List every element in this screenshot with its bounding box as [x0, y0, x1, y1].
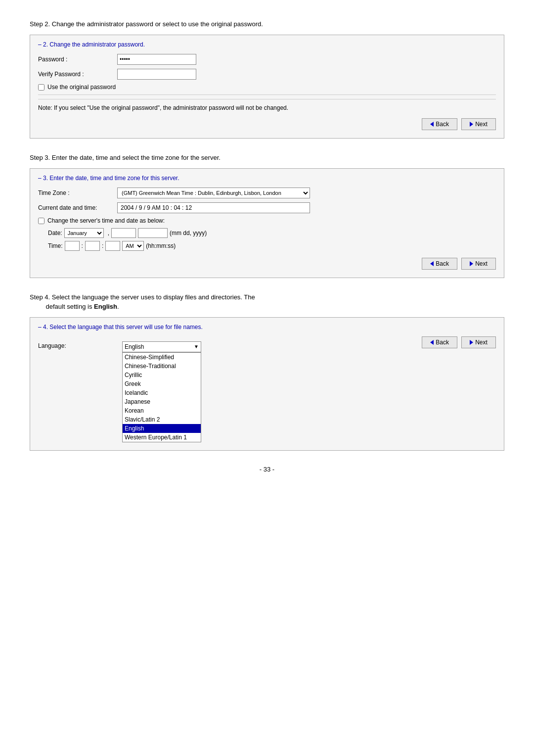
step3-next-label: Next	[475, 260, 488, 267]
original-password-label: Use the original password	[47, 84, 116, 91]
lang-option-greek[interactable]: Greek	[123, 379, 201, 388]
step3-back-label: Back	[436, 260, 449, 267]
lang-option-chinese-simplified[interactable]: Chinese-Simplified	[123, 353, 201, 362]
time-row: Time: : : AM PM (hh:mm:ss)	[48, 241, 496, 251]
dropdown-arrow-icon: ▼	[194, 344, 199, 349]
step3-box-title: – 3. Enter the date, time and time zone …	[38, 175, 496, 182]
language-section: Language: English ▼ Chinese-Simplified C…	[38, 341, 201, 442]
timezone-row: Time Zone : (GMT) Greenwich Mean Time : …	[38, 188, 496, 198]
next-arrow-icon	[470, 122, 473, 127]
lang-option-cyrillic[interactable]: Cyrillic	[123, 371, 201, 379]
page-number: - 33 -	[30, 466, 504, 473]
step3-box: – 3. Enter the date, time and time zone …	[30, 168, 504, 278]
minute-input[interactable]	[85, 241, 100, 251]
step3-nav: Back Next	[38, 258, 496, 270]
step4-box-title: – 4. Select the language that this serve…	[38, 324, 496, 331]
step2-next-label: Next	[475, 121, 488, 128]
step3-instruction: Step 3. Enter the date, time and select …	[30, 153, 504, 162]
step4-box: – 4. Select the language that this serve…	[30, 317, 504, 451]
step4-back-label: Back	[436, 339, 449, 346]
year-input[interactable]	[138, 228, 168, 238]
back-arrow-icon	[430, 122, 434, 127]
step2-nav: Back Next	[38, 118, 496, 130]
step2-note: Note: If you select "Use the original pa…	[38, 99, 496, 111]
timezone-select[interactable]: (GMT) Greenwich Mean Time : Dublin, Edin…	[117, 188, 310, 198]
step4-english-bold: English	[94, 303, 117, 310]
language-select-display[interactable]: English ▼	[122, 341, 201, 352]
lang-option-slavic[interactable]: Slavic/Latin 2	[123, 415, 201, 424]
change-time-label: Change the server's time and date as bel…	[47, 217, 165, 224]
time-hint: (hh:mm:ss)	[146, 242, 176, 249]
step2-box: – 2. Change the administrator password. …	[30, 35, 504, 139]
step2-box-title: – 2. Change the administrator password.	[38, 41, 496, 48]
hour-input[interactable]	[65, 241, 80, 251]
step4-nav: Back Next	[422, 336, 496, 348]
step2-back-button[interactable]: Back	[422, 118, 457, 130]
divider	[38, 94, 496, 95]
datetime-row: Current date and time:	[38, 202, 496, 213]
verify-label: Verify Password :	[38, 71, 117, 78]
step4-instruction: Step 4. Select the language the server u…	[30, 293, 504, 311]
step4-back-arrow-icon	[430, 340, 434, 345]
lang-option-english[interactable]: English	[123, 424, 201, 433]
step2-next-button[interactable]: Next	[461, 118, 496, 130]
language-selected-value: English	[125, 343, 144, 350]
datetime-label: Current date and time:	[38, 204, 117, 211]
original-password-checkbox[interactable]	[38, 84, 44, 91]
password-row: Password :	[38, 54, 496, 65]
lang-option-western-europe[interactable]: Western Europe/Latin 1	[123, 433, 201, 442]
step3-back-button[interactable]: Back	[422, 258, 457, 270]
language-dropdown-container: English ▼ Chinese-Simplified Chinese-Tra…	[122, 341, 201, 442]
second-input[interactable]	[105, 241, 120, 251]
step4-next-button[interactable]: Next	[461, 336, 496, 348]
step4-next-arrow-icon	[470, 340, 473, 345]
timezone-label: Time Zone :	[38, 189, 117, 196]
change-time-section: Change the server's time and date as bel…	[38, 217, 496, 251]
lang-option-japanese[interactable]: Japanese	[123, 397, 201, 406]
date-hint: (mm dd, yyyy)	[170, 230, 207, 236]
password-input[interactable]	[117, 54, 196, 65]
time-label: Time:	[48, 242, 63, 249]
language-label: Language:	[38, 341, 117, 349]
month-select[interactable]: January February March April May June Ju…	[64, 228, 104, 238]
lang-option-korean[interactable]: Korean	[123, 406, 201, 415]
verify-password-input[interactable]	[117, 69, 196, 80]
step4-content-row: Language: English ▼ Chinese-Simplified C…	[38, 336, 496, 442]
step3-next-button[interactable]: Next	[461, 258, 496, 270]
step4-back-button[interactable]: Back	[422, 336, 457, 348]
ampm-select[interactable]: AM PM	[122, 241, 144, 251]
step4-next-label: Next	[475, 339, 488, 346]
date-row: Date: January February March April May J…	[48, 228, 496, 238]
date-label: Date:	[48, 230, 62, 236]
day-input[interactable]	[111, 228, 136, 238]
step3-next-arrow-icon	[470, 261, 473, 266]
lang-option-icelandic[interactable]: Icelandic	[123, 388, 201, 397]
original-password-row: Use the original password	[38, 84, 496, 91]
step2-back-label: Back	[436, 121, 449, 128]
verify-password-row: Verify Password :	[38, 69, 496, 80]
change-time-checkbox[interactable]	[38, 218, 44, 224]
change-time-checkbox-row: Change the server's time and date as bel…	[38, 217, 496, 224]
password-label: Password :	[38, 56, 117, 63]
datetime-input[interactable]	[117, 202, 310, 213]
language-list: Chinese-Simplified Chinese-Traditional C…	[122, 352, 201, 442]
step3-back-arrow-icon	[430, 261, 434, 266]
lang-option-chinese-traditional[interactable]: Chinese-Traditional	[123, 362, 201, 371]
step2-instruction: Step 2. Change the administrator passwor…	[30, 20, 504, 29]
